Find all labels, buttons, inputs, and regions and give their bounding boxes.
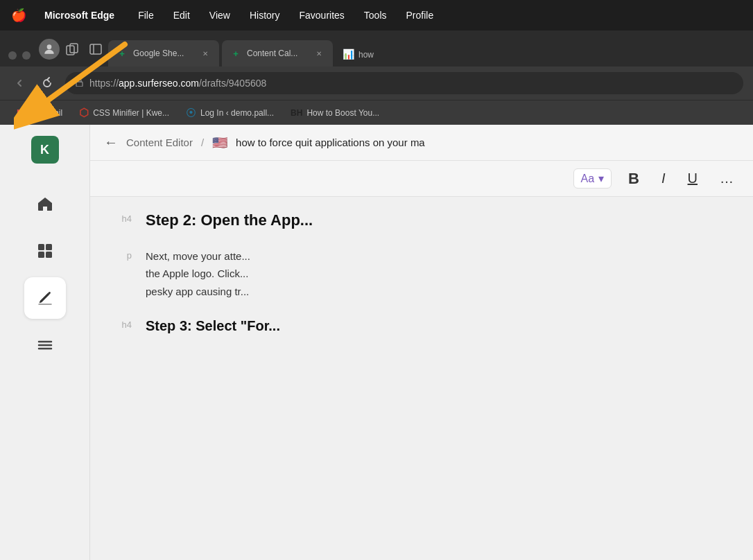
editor-block-step3: h4 Step 3: Select "For... <box>111 317 732 335</box>
tab-icon-group <box>62 42 108 67</box>
address-bar-area: https://app.surferseo.com/drafts/9405608 <box>0 67 753 100</box>
breadcrumb-flag-icon: 🇺🇸 <box>212 135 227 150</box>
tab-controls <box>6 51 39 67</box>
editor-block-step2: h4 Step 2: Open the App... <box>111 211 732 231</box>
bookmark-how-to-boost[interactable]: BH How to Boost You... <box>284 105 386 121</box>
bookmark-icon-wordpress: ⦿ <box>186 107 196 119</box>
tab-content-cal[interactable]: + Content Cal... ✕ <box>222 40 333 67</box>
sidebar-item-menu[interactable] <box>24 324 66 366</box>
svg-rect-6 <box>38 244 44 250</box>
sidebar-item-editor[interactable] <box>24 277 66 319</box>
address-bar[interactable]: https://app.surferseo.com/drafts/9405608 <box>65 72 743 94</box>
svg-point-0 <box>47 44 52 49</box>
url-path: /drafts/9405608 <box>199 78 266 89</box>
breadcrumb-separator: / <box>201 137 204 148</box>
breadcrumb-section: Content Editor <box>126 137 193 148</box>
page-main: ← Content Editor / 🇺🇸 how to force quit … <box>90 125 753 560</box>
bookmark-icon-bh: BH <box>291 108 302 118</box>
profile-avatar-button[interactable] <box>39 39 60 60</box>
address-url: https://app.surferseo.com/drafts/9405608 <box>89 78 266 89</box>
sidebar-logo[interactable]: K <box>31 136 59 164</box>
breadcrumb-back-button[interactable]: ← <box>104 134 118 150</box>
editor-paragraph-text[interactable]: Next, move your atte... the Apple logo. … <box>146 247 250 301</box>
editor-para-line2: the Apple logo. Click... <box>146 268 248 279</box>
svg-rect-8 <box>38 252 44 258</box>
tab-collections-icon[interactable] <box>65 42 79 60</box>
browser-chrome: + Google She... ✕ + Content Cal... ✕ 📊 h… <box>0 30 753 125</box>
tab-sidebar-icon[interactable] <box>89 42 103 60</box>
menu-profile[interactable]: Profile <box>404 8 437 22</box>
lock-icon <box>75 78 84 89</box>
toolbar-bold-button[interactable]: B <box>623 167 645 191</box>
toolbar-more-button[interactable]: … <box>714 168 739 189</box>
tab-how-partial[interactable]: 📊 how <box>336 49 381 67</box>
editor-content: h4 Step 2: Open the App... p Next, move … <box>90 197 753 560</box>
traffic-light-minimize[interactable] <box>22 51 31 60</box>
tab-title-how: how <box>358 50 374 60</box>
traffic-light-close[interactable] <box>8 51 17 60</box>
editor-toolbar: Aa ▾ B I U … <box>90 161 753 197</box>
sidebar-item-dashboard[interactable] <box>24 230 66 272</box>
toolbar-underline-button[interactable]: U <box>682 168 703 189</box>
editor-tag-p: p <box>111 247 132 261</box>
svg-rect-7 <box>46 244 52 250</box>
svg-rect-5 <box>76 82 83 87</box>
sidebar-logo-letter: K <box>40 143 49 157</box>
tab-close-content-cal[interactable]: ✕ <box>313 48 324 59</box>
editor-para-line1: Next, move your atte... <box>146 250 250 262</box>
editor-heading-step3[interactable]: Step 3: Select "For... <box>146 317 280 335</box>
menu-history[interactable]: History <box>247 8 283 22</box>
font-size-label: Aa <box>581 173 595 185</box>
app-name: Microsoft Edge <box>44 10 114 21</box>
bookmarks-bar: M My Email ⬡ CSS Minifier | Kwe... ⦿ Log… <box>0 100 753 125</box>
menu-file[interactable]: File <box>135 8 157 22</box>
font-size-selector[interactable]: Aa ▾ <box>573 168 612 189</box>
bookmark-label-my-email: My Email <box>28 108 62 118</box>
editor-heading-step2[interactable]: Step 2: Open the App... <box>146 211 313 231</box>
bookmark-icon-gmail: M <box>17 107 24 118</box>
bookmark-icon-css-minifier: ⬡ <box>79 106 89 119</box>
refresh-button[interactable] <box>37 73 57 93</box>
menu-view[interactable]: View <box>207 8 233 22</box>
breadcrumb-title: how to force quit applications on your m… <box>236 137 425 148</box>
content-area: K <box>0 125 753 560</box>
font-size-dropdown-icon: ▾ <box>598 172 604 185</box>
tab-title-google-sheets: Google She... <box>133 49 194 58</box>
bookmark-wordpress[interactable]: ⦿ Log In ‹ demo.pall... <box>179 104 281 121</box>
menu-edit[interactable]: Edit <box>171 8 193 22</box>
toolbar-italic-button[interactable]: I <box>656 168 671 189</box>
bookmark-css-minifier[interactable]: ⬡ CSS Minifier | Kwe... <box>72 103 176 122</box>
tab-favicon-how: 📊 <box>343 49 354 60</box>
sidebar: K <box>0 125 90 560</box>
bookmark-label-css-minifier: CSS Minifier | Kwe... <box>93 108 169 118</box>
tab-bar: + Google She... ✕ + Content Cal... ✕ 📊 h… <box>0 30 753 67</box>
editor-block-paragraph: p Next, move your atte... the Apple logo… <box>111 247 732 301</box>
menu-favourites[interactable]: Favourites <box>296 8 347 22</box>
svg-rect-9 <box>46 252 52 258</box>
svg-rect-3 <box>90 44 101 54</box>
editor-tag-h4-2: h4 <box>111 317 132 330</box>
bookmark-label-how-to-boost: How to Boost You... <box>306 108 379 118</box>
apple-logo-icon[interactable]: 🍎 <box>11 8 26 23</box>
bookmark-my-email[interactable]: M My Email <box>10 105 69 121</box>
tab-close-google-sheets[interactable]: ✕ <box>200 48 211 59</box>
tab-favicon-content-cal: + <box>230 48 241 59</box>
sidebar-item-home[interactable] <box>24 183 66 225</box>
url-domain: app.surferseo.com <box>119 78 199 89</box>
bookmark-label-wordpress: Log In ‹ demo.pall... <box>200 108 274 118</box>
tab-favicon-google-sheets: + <box>116 48 128 59</box>
tab-google-sheets[interactable]: + Google She... ✕ <box>108 40 219 67</box>
menu-tools[interactable]: Tools <box>361 8 390 22</box>
editor-para-line3: pesky app causing tr... <box>146 286 249 297</box>
editor-tag-h4-1: h4 <box>111 211 132 224</box>
page-header: ← Content Editor / 🇺🇸 how to force quit … <box>90 125 753 161</box>
menu-bar: 🍎 Microsoft Edge File Edit View History … <box>0 0 753 30</box>
back-button[interactable] <box>10 73 29 93</box>
tab-title-content-cal: Content Cal... <box>247 49 308 58</box>
